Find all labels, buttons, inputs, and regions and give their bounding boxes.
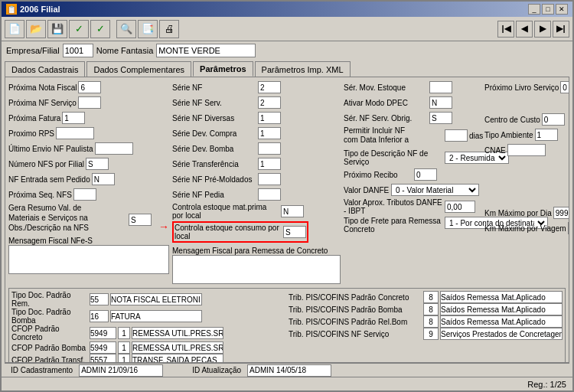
ultimo-envio-input[interactable] <box>95 142 133 155</box>
tipo-doc-rem-desc[interactable] <box>110 293 202 305</box>
nav-first-button[interactable]: |◀ <box>497 21 514 38</box>
tipo-doc-bomba-desc[interactable] <box>110 310 202 322</box>
cfop-transf-desc[interactable] <box>132 354 223 363</box>
nav-next-button[interactable]: ▶ <box>534 21 551 38</box>
proxima-nf-serv-input[interactable] <box>78 96 101 109</box>
valor-danfe-select[interactable]: 0 - Valor Material <box>391 184 479 196</box>
trib-relbom-input[interactable] <box>423 315 439 328</box>
tab-dados-complementares[interactable]: Dados Complementares <box>86 61 191 77</box>
serie-dev-compra-input[interactable] <box>258 127 281 139</box>
nav-prev-button[interactable]: ◀ <box>516 21 533 38</box>
trib-servico-saidas[interactable] <box>440 328 563 340</box>
serie-dev-bomba-input[interactable] <box>258 142 281 155</box>
controla-matprima-input[interactable] <box>281 205 304 217</box>
serie-transf-label: Série Transferência <box>172 160 256 168</box>
numero-nfs-input[interactable] <box>86 158 109 170</box>
id-bar: ID Cadastramento ID Atualização <box>5 363 569 377</box>
ser-mov-estoque-label: Sér. Mov. Estoque <box>344 83 428 92</box>
cnae-label: CNAE <box>484 146 506 155</box>
empresa-input[interactable] <box>63 44 93 57</box>
trib-relbom-label: Trib. PIS/COFINS Padrão Rel.Bom <box>289 318 422 326</box>
open-button[interactable]: 📂 <box>26 20 46 38</box>
delete-button[interactable]: ✓ <box>69 20 89 38</box>
cfop-concreto-num[interactable] <box>118 327 130 339</box>
trib-relbom-saidas[interactable] <box>440 315 563 328</box>
proxima-seq-input[interactable] <box>73 188 96 201</box>
minimize-button[interactable]: _ <box>528 4 540 15</box>
search-button[interactable]: 🔍 <box>116 20 136 38</box>
nav-last-button[interactable]: ▶| <box>553 21 569 38</box>
proximo-recibo-input[interactable] <box>414 168 437 181</box>
cfop-bomba-label: CFOP Padrão Bomba <box>11 344 88 352</box>
trib-bomba-saidas[interactable] <box>440 303 563 315</box>
serie-transf-input[interactable] <box>258 158 281 170</box>
mensagem-nfes-label: Mensagem Fiscal NFe-S <box>8 237 93 245</box>
arrow-indicator: → <box>158 220 169 233</box>
serie-nf-diversas-input[interactable] <box>258 112 281 124</box>
controla-consumo-label: Controla estoque consumo por local <box>174 224 282 240</box>
cnae-input[interactable] <box>507 144 546 156</box>
cfop-concreto-desc[interactable] <box>132 327 223 339</box>
new-button[interactable]: 📄 <box>5 20 24 38</box>
proximo-livro-input[interactable] <box>560 81 569 93</box>
tab-dados-cadastrais[interactable]: Dados Cadastrais <box>5 61 85 77</box>
tab-parametros-xml[interactable]: Parâmetros Imp. XML <box>255 61 351 77</box>
tab-parametros[interactable]: Parâmetros <box>193 61 253 77</box>
serie-nf-premoldados-input[interactable] <box>258 173 281 185</box>
ser-nf-obrig-label: Sér. NF Serv. Obrig. <box>344 114 428 122</box>
serie-nf-pedia-label: Série NF Pedia <box>172 191 256 199</box>
cfop-concreto-code[interactable] <box>90 327 116 339</box>
proxima-nota-input[interactable] <box>78 81 101 93</box>
serie-nf-input[interactable] <box>258 81 281 93</box>
nf-entrada-label: NF Entrada sem Pedido <box>8 175 90 184</box>
nome-fantasia-input[interactable] <box>156 44 256 57</box>
close-button[interactable]: ✕ <box>556 4 568 15</box>
ativar-dpec-input[interactable] <box>429 96 452 109</box>
trib-concreto-saidas[interactable] <box>440 291 563 303</box>
cfop-bomba-num[interactable] <box>118 341 130 354</box>
save-button[interactable]: 💾 <box>47 20 67 38</box>
serie-nf-serv-input[interactable] <box>258 96 281 109</box>
centro-custo-label: Centro de Custo <box>484 116 540 124</box>
mid-column: Série NF Série NF Serv. Série NF Diversa… <box>172 80 341 286</box>
id-cadastro-input <box>79 364 163 377</box>
proxima-fatura-input[interactable] <box>62 112 85 124</box>
cfop-bomba-code[interactable] <box>90 341 116 354</box>
permitir-incluir-input[interactable] <box>445 129 468 142</box>
centro-custo-input[interactable] <box>542 113 565 126</box>
cancel-button[interactable]: ✓ <box>90 20 110 38</box>
trib-bomba-input[interactable] <box>423 303 439 315</box>
tipo-ambiente-input[interactable] <box>535 129 558 141</box>
proxima-nota-label: Próxima Nota Fiscal <box>8 83 77 92</box>
mensagem-nfes-input[interactable] <box>8 245 169 274</box>
km-viagem-input[interactable] <box>568 222 569 234</box>
tipo-frete-label: Tipo de Frete para Remessa Concreto <box>344 217 443 234</box>
print-button[interactable]: 📑 <box>138 20 158 38</box>
proximo-rps-input[interactable] <box>56 127 94 139</box>
proximo-livro-label: Próximo Livro Serviço <box>484 83 559 92</box>
controla-consumo-input[interactable] <box>283 226 306 238</box>
trib-servico-input[interactable] <box>423 328 439 340</box>
tipo-doc-bomba-input[interactable] <box>90 310 109 322</box>
cfop-transf-num[interactable] <box>118 354 130 363</box>
maximize-button[interactable]: □ <box>542 4 554 15</box>
tipo-doc-rem-input[interactable] <box>90 293 109 305</box>
cfop-bomba-desc[interactable] <box>132 341 223 354</box>
km-dia-input[interactable] <box>553 207 569 219</box>
trib-concreto-input[interactable] <box>423 291 439 303</box>
gera-resumo-label: Gera Resumo Val. deMateriais e Serviços … <box>8 203 127 233</box>
ativar-dpec-label: Ativar Modo DPEC <box>344 99 428 107</box>
gera-resumo-input[interactable] <box>129 214 152 226</box>
valor-aprox-input[interactable] <box>445 201 475 213</box>
nf-entrada-input[interactable] <box>92 173 115 185</box>
cfop-transf-code[interactable] <box>90 354 116 363</box>
ultimo-envio-label: Último Envio NF Paulista <box>8 145 93 153</box>
mensagem-remessa-input[interactable] <box>172 255 341 284</box>
trib-concreto-label: Trib. PIS/COFINS Padrão Concreto <box>289 293 422 302</box>
mid-right-column: Sér. Mov. Estoque Ativar Modo DPEC Sér. … <box>344 80 481 286</box>
ser-nf-obrig-input[interactable] <box>429 112 452 124</box>
export-button[interactable]: 🖨 <box>159 20 179 38</box>
ser-mov-estoque-input[interactable] <box>429 81 452 93</box>
id-atualizacao-label: ID Atualização <box>192 366 241 374</box>
serie-nf-pedia-input[interactable] <box>258 188 281 201</box>
